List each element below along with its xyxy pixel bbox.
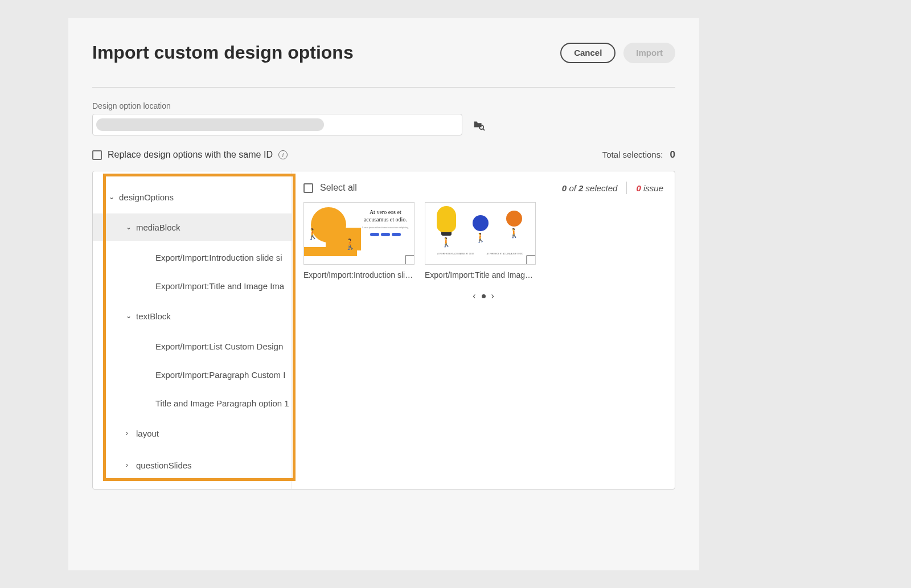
selected-total: 2 — [578, 183, 583, 193]
stats-group: 0 of 2 selected 0 issue — [562, 182, 663, 194]
tree-node-label: questionSlides — [136, 460, 192, 470]
tree-leaf[interactable]: Export/Import:Title and Image Ima — [93, 274, 292, 298]
design-tree: ⌄ designOptions ⌄ mediaBlock Export/Impo… — [93, 171, 292, 489]
chevron-right-icon: › — [126, 429, 133, 437]
total-selections: Total selections: 0 — [602, 149, 675, 161]
selected-count: 0 — [562, 183, 567, 193]
location-input[interactable] — [92, 114, 462, 135]
thumb-sample-text: At vero eos et accusamus et odio. — [362, 208, 409, 223]
options-row: Replace design options with the same ID … — [92, 149, 675, 161]
card-label: Export/Import:Introduction slid... — [303, 270, 415, 279]
dialog-title: Import custom design options — [92, 42, 354, 63]
card-thumbnail: 🚶 🚶 At vero eos et accusamus et odio. Lo… — [303, 202, 415, 265]
select-all-group: Select all — [303, 183, 357, 193]
preview-topbar: Select all 0 of 2 selected 0 issue — [303, 182, 663, 194]
location-label: Design option location — [92, 101, 675, 110]
info-icon[interactable]: i — [278, 150, 288, 159]
svg-line-1 — [483, 129, 485, 130]
replace-option: Replace design options with the same ID … — [92, 150, 288, 160]
total-selections-count: 0 — [670, 149, 675, 160]
import-dialog: Import custom design options Cancel Impo… — [68, 18, 699, 570]
svg-point-0 — [479, 125, 483, 129]
tree-leaf[interactable]: Export/Import:Introduction slide si — [93, 245, 292, 269]
chevron-right-icon: › — [126, 461, 133, 469]
chevron-down-icon: ⌄ — [126, 312, 133, 320]
dialog-header: Import custom design options Cancel Impo… — [92, 42, 675, 63]
header-buttons: Cancel Import — [560, 43, 675, 63]
card-checkbox[interactable] — [405, 255, 415, 265]
import-button[interactable]: Import — [623, 43, 675, 63]
chevron-down-icon: ⌄ — [109, 193, 116, 201]
stats-divider — [626, 182, 627, 194]
tree-root-label: designOptions — [119, 192, 174, 202]
pager-next-icon[interactable]: › — [491, 291, 494, 301]
tree-node-questionslides[interactable]: › questionSlides — [93, 451, 292, 479]
tree-root[interactable]: ⌄ designOptions — [93, 185, 292, 209]
total-selections-label: Total selections: — [602, 150, 663, 159]
preview-card[interactable]: 🚶 🚶 At vero eos et accusamus et odio. Lo… — [303, 202, 415, 279]
issue-stats: 0 issue — [636, 183, 663, 193]
pager-prev-icon[interactable]: ‹ — [473, 291, 475, 301]
header-divider — [92, 87, 675, 88]
thumb-mini-text: AT VERO EOS ET ACCUSAMUS ET ODIO — [431, 253, 481, 256]
cards-row: 🚶 🚶 At vero eos et accusamus et odio. Lo… — [303, 202, 663, 279]
card-label: Export/Import:Title and Image I... — [425, 270, 536, 279]
thumb-mini-text: AT VERO EOS ET ACCUSAMUS ET ODIO — [481, 253, 530, 256]
tree-leaf[interactable]: Export/Import:Paragraph Custom I — [93, 363, 292, 386]
chevron-down-icon: ⌄ — [126, 223, 133, 231]
tree-node-layout[interactable]: › layout — [93, 420, 292, 447]
tree-node-label: layout — [136, 429, 159, 438]
tree-leaf[interactable]: Title and Image Paragraph option 1 — [93, 391, 292, 415]
location-row — [92, 114, 675, 135]
select-all-label: Select all — [320, 183, 357, 193]
browse-folder-icon[interactable] — [473, 118, 485, 131]
main-content: ⌄ designOptions ⌄ mediaBlock Export/Impo… — [92, 171, 675, 490]
pager-dot[interactable] — [482, 294, 486, 298]
preview-card[interactable]: 🚶 🚶 🚶 AT VERO EO — [425, 202, 536, 279]
selected-stats: 0 of 2 selected — [562, 183, 618, 193]
location-placeholder — [96, 118, 324, 131]
issue-count: 0 — [636, 183, 641, 193]
tree-node-textblock[interactable]: ⌄ textBlock — [93, 302, 292, 330]
select-all-checkbox[interactable] — [303, 183, 313, 193]
card-thumbnail: 🚶 🚶 🚶 AT VERO EO — [425, 202, 536, 265]
cancel-button[interactable]: Cancel — [560, 43, 615, 63]
tree-node-mediablock[interactable]: ⌄ mediaBlock — [93, 213, 292, 241]
replace-label: Replace design options with the same ID — [108, 150, 273, 160]
pager: ‹ › — [303, 291, 663, 301]
tree-leaf[interactable]: Export/Import:List Custom Design — [93, 334, 292, 358]
tree-node-label: textBlock — [136, 311, 171, 321]
tree-node-label: mediaBlock — [136, 223, 180, 232]
preview-area: Select all 0 of 2 selected 0 issue — [292, 171, 675, 489]
replace-checkbox[interactable] — [92, 150, 102, 160]
card-checkbox[interactable] — [526, 255, 536, 265]
